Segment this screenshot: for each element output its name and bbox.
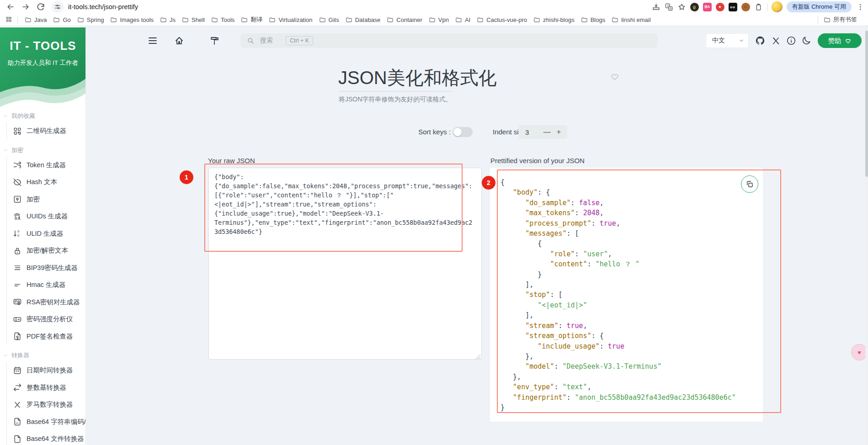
github-icon[interactable] [755,36,765,46]
sidebar-item[interactable]: 密码强度分析仪 [13,311,85,328]
bookmark-folder[interactable]: Tools [208,15,238,25]
bookmark-folder[interactable]: Images tools [107,15,157,25]
folder-icon [533,16,540,23]
favorite-heart-icon[interactable] [610,72,620,82]
all-bookmarks-button[interactable]: 所有书签 [818,16,857,24]
code-line: "include_usage": true [501,341,736,351]
bookmark-folder[interactable]: Go [50,15,74,25]
bookmarks-bar: JavaGoSpringImages toolsJsShellTools翻译Vi… [0,14,868,26]
indent-value[interactable]: 3 [525,128,543,136]
forward-icon[interactable] [21,2,30,11]
toggle-knob [453,128,462,136]
code-line: { [501,177,736,187]
sidebar-item[interactable]: UUIDs 生成器 [13,208,85,225]
bookmark-folder[interactable]: Gits [316,15,342,25]
bookmark-star-icon[interactable] [677,3,686,11]
sidebar-item[interactable]: PDF签名检查器 [13,328,85,345]
apps-grid-icon[interactable] [5,16,13,23]
sidebar-item[interactable]: Hash 文本 [13,174,85,191]
moon-icon[interactable] [801,36,811,46]
bookmark-folder[interactable]: zhishi-blogs [530,15,578,25]
sidebar-section-header[interactable]: 我的收藏 [0,108,85,122]
search-icon [247,37,255,45]
section-label: 我的收藏 [11,112,35,120]
copy-button[interactable] [741,175,758,193]
sidebar-item[interactable]: RSA密钥对生成器 [13,294,85,311]
url-field[interactable]: it-tools.tech/json-prettify [68,3,138,11]
sponsor-button[interactable]: 赞助 [818,33,862,48]
ext-cookie-icon[interactable]: ∴ [741,3,750,11]
sidebar-item[interactable]: 日期时间转换器 [13,362,85,379]
sidebar-section-header[interactable]: 加密 [0,140,85,157]
bookmark-folder[interactable]: linshi email [608,15,654,25]
bookmark-folder[interactable]: Shell [179,15,208,25]
paint-roller-icon[interactable] [209,35,220,46]
sidebar-item[interactable]: Hmac 生成器 [13,276,85,294]
chevron-down-icon [3,353,8,358]
sidebar-item-label: Hash 文本 [27,178,57,186]
ext-immersive-translate-icon[interactable]: 切A [703,3,712,11]
title-divider [339,91,451,92]
folder-icon [77,16,84,23]
sidebar-item[interactable]: 罗马数字转换器 [13,396,85,413]
indent-decrease-button[interactable]: — [543,128,552,136]
sidebar-item[interactable]: Base64 文件转换器 [13,430,85,445]
translate-page-icon[interactable]: 文A [665,3,673,11]
bookmark-folder[interactable]: Js [157,15,179,25]
sidebar-item[interactable]: 整数基转换器 [13,379,85,397]
page-title: JSON美化和格式化 [338,65,497,90]
sidebar-item[interactable]: 二维码生成器 [13,122,85,140]
bookmark-folder[interactable]: Spring [74,15,107,25]
scrollbar-thumb[interactable] [865,31,868,177]
ext-eyes-icon[interactable]: oo [729,3,737,11]
sort-numbers-icon: 90 [13,229,22,238]
sidebar-item[interactable]: 01Base64 字符串编码/解码 [13,413,85,431]
home-icon[interactable] [174,35,185,46]
base64-string-icon: 01 [13,417,22,426]
profile-avatar[interactable] [772,1,783,12]
search-input[interactable]: 搜索 Ctrl + K [240,33,657,48]
bookmark-label: zhishi-blogs [543,16,575,23]
bookmark-label: Images tools [120,16,154,23]
raw-json-textarea[interactable]: {"body": {"do_sample":false,"max_tokens"… [208,168,482,360]
sidebar-item[interactable]: 加密/解密文本 [13,242,85,260]
browser-menu-icon[interactable]: ⋮ [856,3,865,11]
code-line: "fingerprint": "anon_bc558b0aa92fa43ed9a… [501,392,736,403]
sort-keys-toggle[interactable] [453,127,473,137]
sidebar-item[interactable]: 90ULID 生成器 [13,225,85,243]
ext-alarm-icon[interactable]: ● [716,3,724,11]
sidebar-section-header[interactable]: 转换器 [0,345,85,362]
ext-clipboard-icon[interactable] [754,3,763,11]
language-select[interactable]: 中文 [706,34,748,48]
back-icon[interactable] [6,2,15,11]
shortcut-badge: Ctrl + K [286,36,313,45]
save-page-icon[interactable] [652,3,660,11]
bookmark-folder[interactable]: AI [452,15,474,25]
bookmark-folder[interactable]: Blogs [578,15,609,25]
page-scrollbar [865,26,868,445]
bookmark-label: Vpn [438,16,449,23]
reload-icon[interactable] [36,2,45,11]
sidebar-item[interactable]: 加密 [13,191,85,208]
sidebar-item-label: ULID 生成器 [27,229,64,238]
bookmark-folder[interactable]: Vpn [426,15,452,25]
bookmark-folder[interactable]: Database [342,15,384,25]
bookmark-folder[interactable]: 翻译 [238,14,266,25]
resize-handle-icon[interactable] [475,353,481,359]
site-info-icon[interactable] [52,1,64,13]
bookmark-folder[interactable]: Virtualization [266,15,315,25]
x-twitter-icon[interactable] [771,36,781,46]
section-label: 加密 [11,146,23,154]
sidebar-item[interactable]: Token 生成器 [13,157,85,174]
sidebar-brand[interactable]: IT - TOOLS 助力开发人员和 IT 工作者 [0,26,86,108]
indent-increase-button[interactable]: + [556,128,562,136]
sidebar-item[interactable]: BIP39密码生成器 [13,260,85,277]
chrome-update-button[interactable]: 有新版 Chrome 可用 [787,1,852,12]
bookmarks-separator [17,16,18,23]
info-icon[interactable] [786,36,796,46]
bookmark-folder[interactable]: Cactus-vue-pro [474,15,530,25]
ext-brackets-icon[interactable]: () [690,3,699,11]
bookmark-folder[interactable]: Container [383,15,425,25]
bookmark-folder[interactable]: Java [21,15,50,25]
menu-toggle-icon[interactable] [147,35,158,46]
